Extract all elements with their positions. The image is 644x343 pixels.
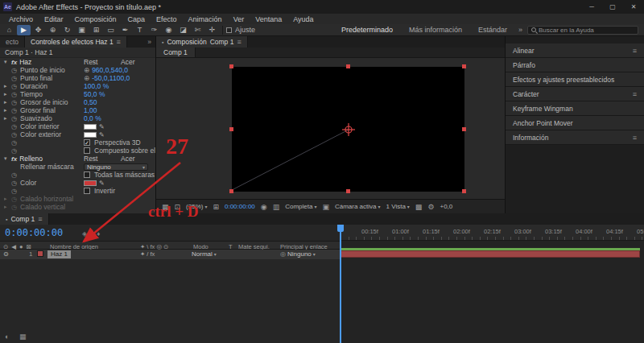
fast-previews-icon[interactable]: ⚙	[427, 203, 434, 211]
home-tool[interactable]: ⌂	[2, 25, 16, 35]
stopwatch-icon[interactable]: ◷	[11, 180, 20, 187]
effect-property-row[interactable]: ▾fxHazRestAcer	[0, 58, 155, 66]
property-value[interactable]: 0,0 %	[84, 114, 101, 122]
stopwatch-icon[interactable]: ◷	[11, 131, 20, 138]
eyedropper-icon[interactable]: ✎	[99, 180, 105, 187]
effect-property-row[interactable]: Rellenar máscaraNinguno▾	[0, 163, 155, 171]
puppet-pin-tool[interactable]: ✛	[205, 25, 219, 35]
property-value[interactable]: 100,0 %	[84, 82, 109, 90]
resolution-select[interactable]: Completa▾	[285, 203, 316, 210]
pan-behind-tool[interactable]: ⊞	[89, 25, 103, 35]
layer-visibility-icon[interactable]: ⊙	[3, 250, 9, 258]
panel-header-anchor-point-mover[interactable]: Anchor Point Mover	[506, 116, 644, 130]
selection-handle[interactable]	[462, 127, 466, 131]
selection-handle[interactable]	[229, 64, 233, 68]
stopwatch-icon[interactable]: ◷	[11, 139, 20, 147]
twirl-closed-icon[interactable]: ▸	[4, 196, 11, 202]
menu-animaci-n[interactable]: Animación	[183, 15, 228, 23]
panel-header-keyframe-wingman[interactable]: Keyframe Wingman	[506, 101, 644, 116]
property-checkbox[interactable]	[84, 172, 90, 178]
effect-reset-link[interactable]: Rest	[84, 58, 97, 66]
safe-margins-icon[interactable]: ⊞	[213, 203, 219, 211]
zoom-level-select[interactable]: (25%)▾	[186, 203, 207, 210]
stopwatch-icon[interactable]: ◷	[11, 75, 20, 82]
camera-tool[interactable]: ▣	[75, 25, 89, 35]
tab-proyecto[interactable]: ecto	[0, 36, 25, 48]
roto-brush-tool[interactable]: ✄	[191, 25, 204, 35]
property-checkbox[interactable]	[84, 188, 90, 194]
property-checkbox[interactable]	[84, 147, 90, 154]
layer-name[interactable]: Haz 1	[47, 250, 71, 258]
effect-property-row[interactable]: ▾fxRellenoRestAcer	[0, 155, 155, 163]
point-target-icon[interactable]: ⊕	[84, 74, 89, 82]
effect-property-row[interactable]: ▸◷Duración100,0 %	[0, 82, 155, 90]
effect-about-link[interactable]: Acer	[121, 58, 134, 66]
shape-tool[interactable]: ▭	[104, 25, 118, 35]
effect-property-row[interactable]: ◷✓Perspectiva 3D	[0, 138, 155, 147]
point-target-icon[interactable]: ⊕	[84, 66, 89, 74]
panel-menu-icon[interactable]: ≡	[633, 47, 637, 55]
help-search[interactable]	[527, 26, 638, 35]
color-swatch[interactable]	[84, 132, 97, 138]
workspace-predeterminado[interactable]: Predeterminado	[333, 26, 401, 34]
search-input[interactable]	[539, 27, 634, 34]
effect-property-row[interactable]: ◷Punto final⊕-50,0,1100,0	[0, 74, 155, 82]
snap-checkbox[interactable]	[226, 27, 232, 33]
layer-switches[interactable]: ✦ / fx	[140, 250, 155, 258]
twirl-closed-icon[interactable]: ▸	[4, 115, 11, 122]
effect-property-row[interactable]: ◷Invertir	[0, 187, 155, 195]
tab-overflow-icon[interactable]: »	[143, 36, 155, 48]
property-value[interactable]: ⊕-50,0,1100,0	[84, 74, 130, 82]
type-tool[interactable]: T	[133, 25, 147, 35]
effect-about-link[interactable]: Acer	[121, 155, 134, 163]
layer-duration-bar[interactable]	[341, 250, 640, 258]
hand-tool[interactable]: ✥	[31, 25, 45, 35]
panel-header-efectos-y-ajustes-preestablecidos[interactable]: Efectos y ajustes preestablecidos	[506, 72, 644, 87]
workspace-m-s-informaci-n[interactable]: Más información	[401, 26, 470, 34]
zoom-tool[interactable]: ⊕	[46, 25, 60, 35]
overflow-chevrons-icon[interactable]: »	[518, 26, 522, 34]
twirl-open-icon[interactable]: ▾	[4, 59, 11, 65]
stopwatch-icon[interactable]: ◷	[11, 91, 20, 98]
stopwatch-icon[interactable]: ◷	[11, 196, 20, 203]
timeline-toggles[interactable]: ◐ ▦	[5, 333, 30, 341]
property-checkbox[interactable]: ✓	[84, 139, 90, 146]
timeline-mini-icons[interactable]: ◈ ▦ ♦	[82, 230, 100, 238]
workspace-est-ndar[interactable]: Estándar	[470, 26, 515, 34]
show-snapshot-icon[interactable]: ▥	[273, 203, 280, 211]
stopwatch-icon[interactable]: ◷	[11, 123, 20, 130]
property-value[interactable]: 0,50	[84, 98, 97, 106]
snapshot-icon[interactable]: ◉	[261, 203, 267, 211]
tab-composition[interactable]: ▪ Composición Comp 1 ≡	[156, 36, 248, 48]
menu-composici-n[interactable]: Composición	[69, 15, 122, 23]
selection-handle[interactable]	[229, 127, 233, 131]
blend-mode-dropdown[interactable]: Normal▾	[192, 250, 217, 258]
selection-handle[interactable]	[462, 64, 466, 68]
panel-menu-icon[interactable]: ≡	[633, 134, 637, 142]
effect-reset-link[interactable]: Rest	[84, 155, 97, 163]
effect-property-row[interactable]: ◷Color✎	[0, 179, 155, 187]
effect-property-row[interactable]: ▸◷Grosor final1,00	[0, 106, 155, 114]
color-swatch[interactable]	[84, 180, 97, 186]
menu-archivo[interactable]: Archivo	[3, 15, 39, 23]
panel-menu-icon[interactable]: ≡	[633, 90, 637, 98]
panel-header-alinear[interactable]: Alinear≡	[506, 43, 644, 58]
effect-name[interactable]: Relleno	[19, 155, 43, 163]
menu-capa[interactable]: Capa	[122, 15, 151, 23]
twirl-closed-icon[interactable]: ▸	[4, 107, 11, 114]
menu-ventana[interactable]: Ventana	[250, 15, 287, 23]
eyedropper-icon[interactable]: ✎	[99, 131, 105, 138]
effect-property-row[interactable]: ◷Todas las máscaras	[0, 171, 155, 179]
stopwatch-icon[interactable]: ◷	[11, 99, 20, 106]
comp-time-display[interactable]: 0:00:00:00	[225, 203, 255, 210]
panel-header-p-rrafo[interactable]: Párrafo	[506, 58, 644, 72]
selection-handle[interactable]	[229, 189, 233, 193]
playhead[interactable]	[340, 225, 341, 343]
menu-ver[interactable]: Ver	[228, 15, 250, 23]
effect-property-row[interactable]: ▸◷Grosor de inicio0,50	[0, 98, 155, 106]
panel-menu-icon[interactable]: ≡	[38, 215, 42, 223]
selection-handle[interactable]	[346, 189, 350, 193]
pickwhip-icon[interactable]: ◎	[280, 250, 286, 258]
property-dropdown[interactable]: Ninguno▾	[84, 163, 148, 171]
property-value[interactable]: 1,00	[84, 106, 97, 114]
